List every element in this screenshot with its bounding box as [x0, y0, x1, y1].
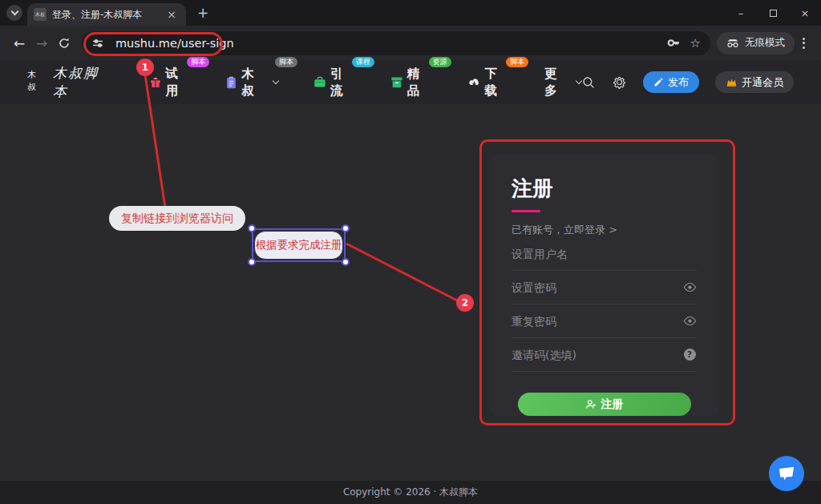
browser-titlebar: 木叔 登录、注册-木叔脚本 × + – × [0, 0, 821, 26]
navbar-actions: 发布 开通会员 [581, 71, 794, 93]
nav-label: 试用 [166, 66, 191, 99]
login-link[interactable]: 已有账号，立即登录 > [512, 223, 697, 237]
address-bar[interactable]: mushu.me/user-sign ☆ [82, 31, 710, 55]
password-key-icon[interactable] [667, 36, 681, 50]
nav-item-download[interactable]: 下载 脚本 [467, 66, 510, 99]
password-field-row [512, 271, 697, 304]
maximize-button[interactable] [757, 0, 789, 26]
browser-toolbar: ← → mushu.me/user-sign ☆ 无痕模式 [0, 26, 821, 60]
nav-item-premium[interactable]: 精品 资源 [390, 66, 432, 99]
nav-item-mushu[interactable]: 木叔 脚本 [225, 66, 278, 99]
nav-label: 木叔 [241, 66, 266, 99]
site-favicon-icon: 木叔 [34, 8, 47, 21]
window-controls: – × [725, 0, 821, 26]
nav-item-trial[interactable]: 试用 脚本 [149, 66, 191, 99]
nav-badge: 脚本 [275, 57, 297, 68]
reload-icon [58, 37, 71, 50]
url-text[interactable]: mushu.me/user-sign [115, 37, 667, 50]
site-settings-icon[interactable] [90, 35, 106, 51]
username-input[interactable] [512, 248, 697, 260]
register-form: 注册 已有账号，立即登录 > ? [491, 154, 718, 417]
gear-icon[interactable] [612, 75, 627, 90]
chevron-down-icon [576, 78, 582, 84]
logo-text: 木叔脚本 [53, 64, 114, 101]
page-content: 注册 已有账号，立即登录 > ? [0, 104, 821, 481]
vip-label: 开通会员 [742, 75, 783, 90]
nav-label: 引流 [330, 66, 355, 99]
close-window-button[interactable]: × [789, 0, 821, 26]
incognito-icon [726, 38, 739, 48]
nav-badge: 资源 [429, 57, 451, 68]
browser-menu-button[interactable] [795, 38, 813, 49]
invite-code-input[interactable] [512, 349, 682, 361]
incognito-label: 无痕模式 [745, 36, 785, 50]
publish-button[interactable]: 发布 [643, 71, 699, 93]
cloud-download-icon [467, 76, 481, 88]
nav-item-traffic[interactable]: 引流 课程 [313, 66, 355, 99]
briefcase-icon [313, 76, 326, 88]
omnibox-actions: ☆ [667, 36, 701, 50]
register-submit-button[interactable]: 注册 [518, 393, 691, 416]
publish-label: 发布 [668, 75, 689, 90]
eye-icon[interactable] [682, 280, 697, 295]
nav-badge: 脚本 [506, 57, 528, 68]
reload-button[interactable] [53, 32, 75, 54]
crown-icon [726, 77, 738, 87]
minimize-button[interactable]: – [725, 0, 757, 26]
title-accent-bar [512, 210, 540, 212]
page-footer: Copyright © 2026 · 木叔脚本 [0, 481, 821, 504]
tab-search-button[interactable] [6, 5, 22, 21]
nav-label: 更多 [544, 66, 569, 99]
submit-label: 注册 [601, 397, 624, 412]
eye-icon[interactable] [682, 314, 697, 329]
logo-mark: 木叔 [27, 69, 47, 93]
back-button[interactable]: ← [8, 32, 30, 54]
bookmark-star-icon[interactable]: ☆ [690, 36, 701, 50]
nav-badge: 脚本 [187, 57, 209, 68]
nav-badge: 课程 [352, 57, 374, 68]
person-add-icon [585, 399, 597, 410]
tab-title: 登录、注册-木叔脚本 [52, 8, 164, 22]
nav-label: 精品 [407, 66, 432, 99]
site-logo[interactable]: 木叔 木叔脚本 [27, 64, 114, 101]
incognito-badge: 无痕模式 [717, 32, 795, 54]
chevron-down-icon [10, 8, 18, 16]
username-field-row [512, 237, 697, 271]
gift-icon [149, 76, 162, 89]
form-title: 注册 [512, 175, 697, 203]
invite-code-field-row: ? [512, 338, 697, 372]
search-icon[interactable] [581, 75, 596, 90]
clipboard-icon [225, 76, 237, 89]
box-icon [390, 76, 403, 88]
site-navbar: 木叔 木叔脚本 试用 脚本 木叔 脚本 引流 课程 精品 [0, 60, 821, 104]
chevron-down-icon [273, 78, 279, 84]
new-tab-button[interactable]: + [197, 5, 208, 21]
browser-window: 木叔 登录、注册-木叔脚本 × + – × ← → mushu.me/user-… [0, 0, 821, 504]
nav-menu: 试用 脚本 木叔 脚本 引流 课程 精品 资源 下载 [149, 66, 581, 99]
nav-item-more[interactable]: 更多 [544, 66, 581, 99]
help-icon[interactable]: ? [682, 348, 697, 362]
nav-label: 下载 [484, 66, 509, 99]
password-input[interactable] [512, 281, 682, 294]
forward-button[interactable]: → [30, 32, 53, 54]
confirm-password-field-row [512, 304, 697, 338]
tab-close-icon[interactable]: × [164, 8, 180, 21]
copyright-text: Copyright © 2026 · 木叔脚本 [343, 486, 478, 499]
chat-bubble-icon [778, 466, 795, 482]
chat-widget-button[interactable] [769, 456, 804, 491]
vip-button[interactable]: 开通会员 [715, 71, 794, 93]
browser-tab[interactable]: 木叔 登录、注册-木叔脚本 × [27, 3, 186, 26]
confirm-password-input[interactable] [512, 315, 682, 328]
pencil-icon [653, 77, 664, 87]
